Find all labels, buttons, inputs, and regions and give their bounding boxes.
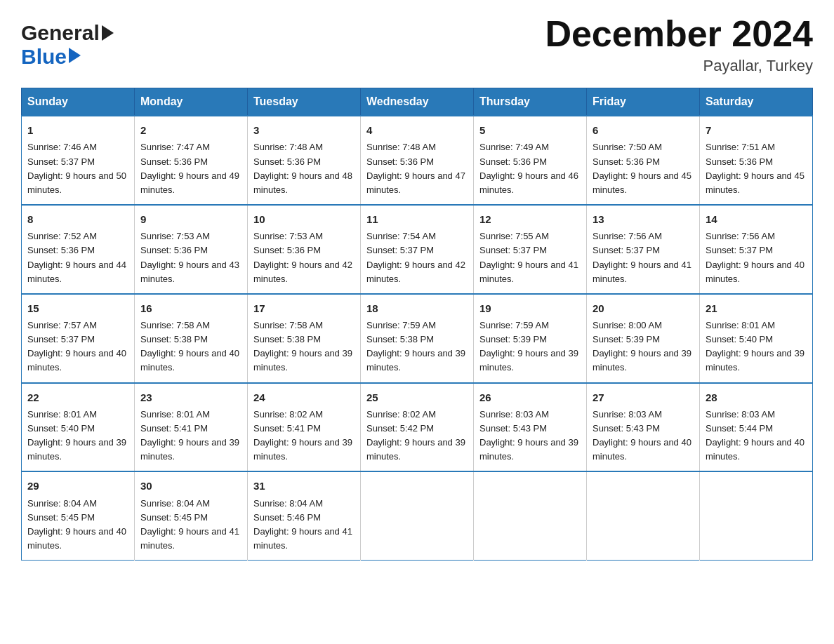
sunset-text: Sunset: 5:36 PM bbox=[479, 156, 547, 167]
daylight-text: Daylight: 9 hours and 40 minutes. bbox=[27, 348, 126, 373]
day-number: 9 bbox=[140, 211, 241, 227]
day-info: Sunrise: 8:04 AM Sunset: 5:45 PM Dayligh… bbox=[27, 497, 128, 554]
sunset-text: Sunset: 5:44 PM bbox=[706, 423, 773, 434]
sunset-text: Sunset: 5:41 PM bbox=[140, 423, 208, 434]
sunset-text: Sunset: 5:36 PM bbox=[366, 156, 434, 167]
sunrise-text: Sunrise: 8:02 AM bbox=[366, 409, 436, 420]
sunrise-text: Sunrise: 7:58 AM bbox=[253, 320, 323, 330]
day-info: Sunrise: 7:52 AM Sunset: 5:36 PM Dayligh… bbox=[27, 229, 128, 286]
calendar-week-row: 8 Sunrise: 7:52 AM Sunset: 5:36 PM Dayli… bbox=[22, 205, 813, 294]
title-area: December 2024 Payallar, Turkey bbox=[545, 14, 813, 75]
daylight-text: Daylight: 9 hours and 44 minutes. bbox=[27, 260, 126, 284]
calendar-week-row: 1 Sunrise: 7:46 AM Sunset: 5:37 PM Dayli… bbox=[22, 116, 813, 205]
day-number: 18 bbox=[366, 300, 468, 316]
sunrise-text: Sunrise: 8:04 AM bbox=[253, 498, 323, 509]
day-info: Sunrise: 8:03 AM Sunset: 5:43 PM Dayligh… bbox=[479, 408, 581, 464]
day-number: 22 bbox=[27, 389, 128, 405]
daylight-text: Daylight: 9 hours and 39 minutes. bbox=[479, 348, 578, 373]
calendar-day-cell: 20 Sunrise: 8:00 AM Sunset: 5:39 PM Dayl… bbox=[587, 294, 700, 383]
sunrise-text: Sunrise: 8:00 AM bbox=[593, 320, 662, 330]
sunset-text: Sunset: 5:37 PM bbox=[706, 245, 773, 255]
calendar-day-cell: 4 Sunrise: 7:48 AM Sunset: 5:36 PM Dayli… bbox=[361, 116, 474, 205]
daylight-text: Daylight: 9 hours and 47 minutes. bbox=[366, 170, 465, 195]
calendar-body: 1 Sunrise: 7:46 AM Sunset: 5:37 PM Dayli… bbox=[22, 116, 813, 561]
sunrise-text: Sunrise: 7:57 AM bbox=[27, 320, 97, 330]
day-info: Sunrise: 8:01 AM Sunset: 5:40 PM Dayligh… bbox=[27, 408, 128, 464]
sunrise-text: Sunrise: 7:58 AM bbox=[140, 320, 210, 330]
calendar-day-cell: 2 Sunrise: 7:47 AM Sunset: 5:36 PM Dayli… bbox=[135, 116, 248, 205]
daylight-text: Daylight: 9 hours and 40 minutes. bbox=[706, 260, 805, 284]
day-info: Sunrise: 7:48 AM Sunset: 5:36 PM Dayligh… bbox=[253, 140, 355, 197]
calendar-day-cell: 6 Sunrise: 7:50 AM Sunset: 5:36 PM Dayli… bbox=[587, 116, 700, 205]
day-number: 30 bbox=[140, 478, 241, 494]
daylight-text: Daylight: 9 hours and 39 minutes. bbox=[593, 348, 691, 373]
daylight-text: Daylight: 9 hours and 41 minutes. bbox=[140, 526, 239, 551]
calendar-day-cell: 1 Sunrise: 7:46 AM Sunset: 5:37 PM Dayli… bbox=[22, 116, 135, 205]
calendar-day-cell: 30 Sunrise: 8:04 AM Sunset: 5:45 PM Dayl… bbox=[135, 471, 248, 560]
calendar-day-cell: 24 Sunrise: 8:02 AM Sunset: 5:41 PM Dayl… bbox=[248, 383, 361, 472]
sunset-text: Sunset: 5:45 PM bbox=[140, 512, 208, 523]
sunset-text: Sunset: 5:38 PM bbox=[140, 334, 208, 344]
calendar-week-row: 29 Sunrise: 8:04 AM Sunset: 5:45 PM Dayl… bbox=[22, 471, 813, 560]
daylight-text: Daylight: 9 hours and 39 minutes. bbox=[27, 437, 126, 462]
calendar-day-cell: 22 Sunrise: 8:01 AM Sunset: 5:40 PM Dayl… bbox=[22, 383, 135, 472]
sunrise-text: Sunrise: 7:52 AM bbox=[27, 231, 97, 241]
day-number: 6 bbox=[593, 122, 694, 138]
sunset-text: Sunset: 5:45 PM bbox=[27, 512, 95, 523]
daylight-text: Daylight: 9 hours and 41 minutes. bbox=[479, 260, 578, 284]
day-info: Sunrise: 8:03 AM Sunset: 5:43 PM Dayligh… bbox=[593, 408, 694, 464]
day-info: Sunrise: 7:46 AM Sunset: 5:37 PM Dayligh… bbox=[27, 140, 128, 197]
calendar-day-cell: 14 Sunrise: 7:56 AM Sunset: 5:37 PM Dayl… bbox=[700, 205, 813, 294]
day-info: Sunrise: 7:50 AM Sunset: 5:36 PM Dayligh… bbox=[593, 140, 694, 197]
sunset-text: Sunset: 5:41 PM bbox=[253, 423, 321, 434]
day-info: Sunrise: 7:53 AM Sunset: 5:36 PM Dayligh… bbox=[253, 229, 355, 286]
daylight-text: Daylight: 9 hours and 39 minutes. bbox=[366, 437, 465, 462]
calendar-day-cell bbox=[700, 471, 813, 560]
daylight-text: Daylight: 9 hours and 39 minutes. bbox=[366, 348, 465, 373]
sunset-text: Sunset: 5:37 PM bbox=[479, 245, 547, 255]
calendar-day-cell: 3 Sunrise: 7:48 AM Sunset: 5:36 PM Dayli… bbox=[248, 116, 361, 205]
sunset-text: Sunset: 5:36 PM bbox=[140, 156, 208, 167]
day-number: 2 bbox=[140, 122, 241, 138]
sunrise-text: Sunrise: 7:47 AM bbox=[140, 142, 210, 152]
day-number: 3 bbox=[253, 122, 355, 138]
calendar-day-cell: 12 Sunrise: 7:55 AM Sunset: 5:37 PM Dayl… bbox=[474, 205, 587, 294]
calendar-table: Sunday Monday Tuesday Wednesday Thursday… bbox=[21, 88, 813, 561]
calendar-title: December 2024 bbox=[545, 14, 813, 54]
page-header: General Blue December 2024 Payallar, Tur… bbox=[21, 14, 813, 75]
day-number: 21 bbox=[706, 300, 807, 316]
daylight-text: Daylight: 9 hours and 41 minutes. bbox=[593, 260, 691, 284]
day-info: Sunrise: 7:58 AM Sunset: 5:38 PM Dayligh… bbox=[140, 318, 241, 375]
day-info: Sunrise: 8:01 AM Sunset: 5:41 PM Dayligh… bbox=[140, 408, 241, 464]
sunrise-text: Sunrise: 7:49 AM bbox=[479, 142, 549, 152]
sunrise-text: Sunrise: 7:48 AM bbox=[253, 142, 323, 152]
day-info: Sunrise: 8:01 AM Sunset: 5:40 PM Dayligh… bbox=[706, 318, 807, 375]
sunrise-text: Sunrise: 8:04 AM bbox=[140, 498, 210, 509]
daylight-text: Daylight: 9 hours and 48 minutes. bbox=[253, 170, 352, 195]
sunset-text: Sunset: 5:37 PM bbox=[27, 156, 95, 167]
daylight-text: Daylight: 9 hours and 45 minutes. bbox=[593, 170, 691, 195]
daylight-text: Daylight: 9 hours and 39 minutes. bbox=[479, 437, 578, 462]
day-info: Sunrise: 7:51 AM Sunset: 5:36 PM Dayligh… bbox=[706, 140, 807, 197]
day-info: Sunrise: 7:54 AM Sunset: 5:37 PM Dayligh… bbox=[366, 229, 468, 286]
sunrise-text: Sunrise: 7:56 AM bbox=[706, 231, 775, 241]
day-number: 19 bbox=[479, 300, 581, 316]
day-number: 5 bbox=[479, 122, 581, 138]
sunset-text: Sunset: 5:36 PM bbox=[253, 245, 321, 255]
day-number: 13 bbox=[593, 211, 694, 227]
sunrise-text: Sunrise: 8:02 AM bbox=[253, 409, 323, 420]
sunset-text: Sunset: 5:36 PM bbox=[593, 156, 660, 167]
calendar-day-cell: 31 Sunrise: 8:04 AM Sunset: 5:46 PM Dayl… bbox=[248, 471, 361, 560]
day-info: Sunrise: 7:58 AM Sunset: 5:38 PM Dayligh… bbox=[253, 318, 355, 375]
daylight-text: Daylight: 9 hours and 39 minutes. bbox=[253, 348, 352, 373]
day-number: 10 bbox=[253, 211, 355, 227]
calendar-week-row: 15 Sunrise: 7:57 AM Sunset: 5:37 PM Dayl… bbox=[22, 294, 813, 383]
calendar-subtitle: Payallar, Turkey bbox=[545, 57, 813, 75]
sunrise-text: Sunrise: 8:01 AM bbox=[140, 409, 210, 420]
sunset-text: Sunset: 5:36 PM bbox=[27, 245, 95, 255]
day-number: 4 bbox=[366, 122, 468, 138]
daylight-text: Daylight: 9 hours and 40 minutes. bbox=[140, 348, 239, 373]
logo-blue-text: Blue bbox=[21, 45, 114, 69]
header-monday: Monday bbox=[135, 88, 248, 116]
calendar-day-cell: 17 Sunrise: 7:58 AM Sunset: 5:38 PM Dayl… bbox=[248, 294, 361, 383]
